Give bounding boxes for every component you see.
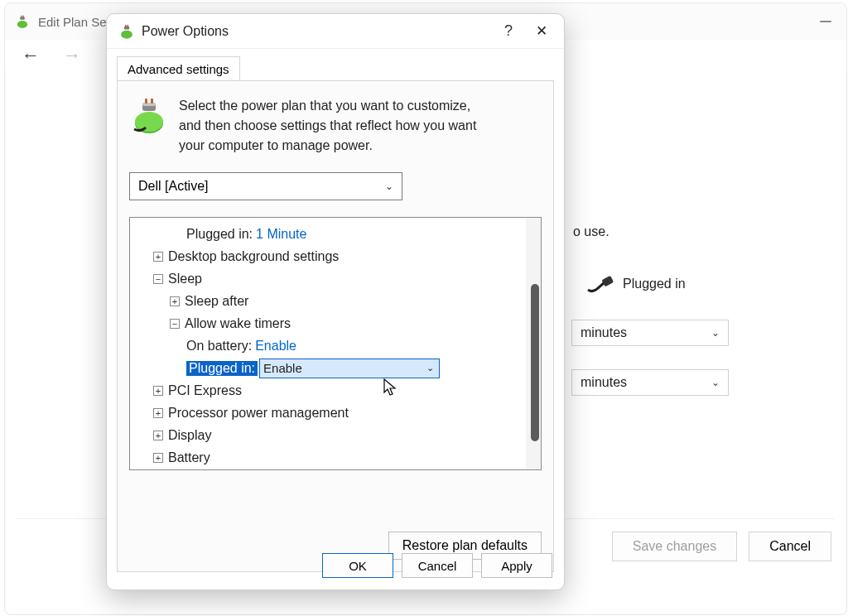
power-options-dialog: Power Options ? ✕ Advanced settings Sele… (106, 13, 565, 590)
power-plan-value: Dell [Active] (138, 179, 208, 194)
battery-icon (129, 96, 169, 136)
svg-rect-12 (142, 103, 156, 106)
app-icon (15, 14, 30, 29)
forward-button[interactable]: → (63, 45, 81, 66)
back-button[interactable]: ← (22, 45, 40, 66)
svg-rect-8 (128, 24, 128, 26)
plugged-in-selected-label: Plugged in: (186, 361, 258, 376)
help-button[interactable]: ? (504, 22, 513, 40)
tabstrip: Advanced settings (107, 49, 564, 80)
plugged-in-value-link[interactable]: 1 Minute (256, 227, 306, 242)
tab-advanced-settings[interactable]: Advanced settings (117, 56, 240, 81)
chevron-down-icon: ⌄ (711, 327, 720, 339)
dialog-titlebar: Power Options ? ✕ (107, 14, 564, 49)
dialog-buttons: OK Cancel Apply (322, 553, 552, 578)
svg-rect-7 (125, 24, 126, 26)
svg-rect-4 (601, 276, 614, 287)
on-battery-value-link[interactable]: Enable (255, 339, 296, 354)
tree-row-allow-wake-timers[interactable]: − Allow wake timers (137, 312, 534, 334)
dialog-title: Power Options (142, 24, 229, 39)
expand-icon[interactable]: + (170, 296, 180, 306)
svg-rect-13 (145, 99, 147, 103)
tree-row-plugged-in-selected[interactable]: Plugged in: Enable ⌄ (137, 357, 534, 379)
cancel-button[interactable]: Cancel (402, 553, 473, 578)
plugged-in-label: Plugged in: (186, 227, 253, 242)
collapse-icon[interactable]: − (170, 319, 180, 329)
bg-buttons: Save changes Cancel (612, 532, 831, 561)
expand-icon[interactable]: + (153, 431, 163, 440)
svg-rect-6 (124, 26, 129, 29)
bg-minutes-label-2: minutes (581, 375, 627, 390)
plugged-in-column-header: Plugged in (623, 277, 686, 291)
close-button[interactable]: ✕ (536, 22, 547, 40)
tree-row-on-battery[interactable]: On battery: Enable (137, 334, 534, 357)
save-changes-button[interactable]: Save changes (612, 532, 737, 561)
intro-row: Select the power plan that you want to c… (129, 96, 542, 156)
ok-button[interactable]: OK (322, 553, 393, 578)
tree-row-processor[interactable]: + Processor power management (137, 402, 534, 424)
svg-point-5 (121, 30, 132, 38)
tree-row-battery[interactable]: + Battery (137, 446, 534, 469)
bg-text-fragment: o use. (573, 224, 610, 239)
window-controls (820, 21, 836, 22)
tree-row-desktop-background[interactable]: + Desktop background settings (137, 245, 534, 267)
minimize-icon[interactable] (820, 21, 831, 22)
bg-minutes-label-1: minutes (581, 325, 627, 340)
power-plan-dropdown[interactable]: Dell [Active] ⌄ (129, 172, 402, 200)
plugged-in-value-combo[interactable]: Enable ⌄ (259, 359, 440, 378)
svg-rect-3 (23, 16, 24, 17)
settings-tree: Plugged in: 1 Minute + Desktop backgroun… (129, 217, 542, 470)
expand-icon[interactable]: + (153, 408, 163, 418)
chevron-down-icon: ⌄ (711, 377, 720, 388)
tree-row-plugged-in-minute[interactable]: Plugged in: 1 Minute (137, 223, 534, 245)
on-battery-label: On battery: (186, 339, 252, 354)
tab-panel: Select the power plan that you want to c… (117, 80, 554, 572)
bg-minutes-dropdown-2[interactable]: minutes ⌄ (571, 369, 729, 396)
plugged-in-value: Enable (263, 361, 302, 375)
svg-rect-2 (21, 16, 22, 17)
power-options-icon (118, 23, 135, 40)
tree-scrollbar-thumb[interactable] (531, 284, 539, 441)
tree-row-display[interactable]: + Display (137, 424, 534, 446)
chevron-down-icon: ⌄ (385, 180, 393, 192)
svg-rect-14 (151, 99, 153, 103)
bg-minutes-dropdown-1[interactable]: minutes ⌄ (571, 320, 729, 346)
expand-icon[interactable]: + (153, 453, 163, 463)
chevron-down-icon: ⌄ (426, 363, 434, 373)
svg-point-0 (17, 21, 27, 28)
svg-point-10 (135, 112, 163, 132)
tree-row-sleep-after[interactable]: + Sleep after (137, 290, 534, 312)
intro-text: Select the power plan that you want to c… (179, 96, 485, 156)
tree-row-pci-express[interactable]: + PCI Express (137, 379, 534, 402)
svg-rect-1 (20, 17, 25, 19)
plug-icon (586, 273, 616, 295)
tree-scrollbar-track[interactable] (526, 218, 541, 469)
tree-row-sleep[interactable]: − Sleep (137, 267, 534, 290)
collapse-icon[interactable]: − (153, 274, 163, 284)
apply-button[interactable]: Apply (481, 553, 552, 578)
expand-icon[interactable]: + (153, 252, 163, 262)
cancel-button-bg[interactable]: Cancel (749, 532, 831, 561)
expand-icon[interactable]: + (153, 386, 163, 396)
